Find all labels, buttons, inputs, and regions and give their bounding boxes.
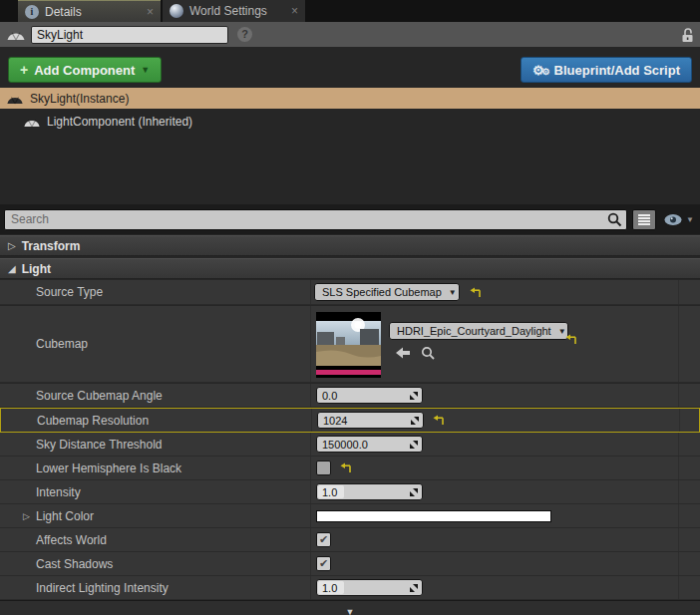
blueprint-label: Blueprint/Add Script [554, 63, 680, 78]
close-icon[interactable]: × [147, 5, 154, 19]
tab-world-settings-label: World Settings [189, 4, 267, 18]
blueprint-add-script-button[interactable]: ⚙⚙ Blueprint/Add Script [521, 57, 692, 83]
skylight-icon [6, 28, 26, 41]
show-advanced-expander[interactable]: ▼ [0, 600, 700, 615]
row-light-color: ▷ Light Color [0, 504, 700, 528]
light-color-label: Light Color [36, 509, 94, 523]
cubemap-resolution-input[interactable]: 1024 [317, 412, 424, 429]
tab-world-settings[interactable]: World Settings × [163, 0, 305, 22]
check-icon: ✔ [317, 557, 330, 570]
chevron-down-icon: ▼ [346, 607, 355, 615]
lower-hemisphere-checkbox[interactable]: ✔ [316, 461, 331, 475]
chevron-down-icon: ▼ [449, 288, 457, 297]
reset-to-default-icon[interactable] [339, 461, 353, 474]
eye-icon [663, 213, 683, 226]
indirect-lighting-intensity-label: Indirect Lighting Intensity [36, 581, 169, 595]
visibility-filter-button[interactable]: ▼ [661, 213, 696, 226]
row-lower-hemisphere-is-black: Lower Hemisphere Is Black ✔ [0, 457, 700, 480]
add-component-label: Add Component [34, 63, 135, 78]
search-icon [607, 212, 622, 227]
row-sky-distance-threshold: Sky Distance Threshold 150000.0 [0, 433, 700, 457]
skylight-icon [23, 116, 41, 128]
intensity-label: Intensity [36, 485, 81, 499]
category-transform-label: Transform [22, 239, 81, 253]
indirect-lighting-intensity-input[interactable]: 1.0 [316, 579, 423, 596]
row-intensity: Intensity 1.0 [0, 480, 700, 504]
add-component-button[interactable]: + Add Component ▼ [8, 57, 162, 83]
chevron-down-icon: ▼ [686, 215, 694, 224]
cubemap-label: Cubemap [36, 337, 88, 351]
info-icon: i [25, 5, 39, 19]
cubemap-thumbnail[interactable] [316, 312, 381, 378]
source-type-label: Source Type [36, 285, 103, 299]
category-light[interactable]: ◢ Light [0, 258, 700, 279]
spinbox-drag-icon[interactable] [409, 583, 419, 593]
source-cubemap-angle-label: Source Cubemap Angle [36, 389, 163, 403]
cast-shadows-label: Cast Shadows [36, 557, 113, 571]
sky-distance-threshold-input[interactable]: 150000.0 [316, 436, 423, 453]
light-color-swatch[interactable] [316, 510, 551, 522]
view-options-grid-button[interactable] [632, 209, 656, 230]
intensity-input[interactable]: 1.0 [316, 483, 423, 500]
reset-to-default-icon[interactable] [564, 333, 578, 346]
row-source-type: Source Type SLS Specified Cubemap ▼ [0, 280, 700, 305]
search-input[interactable] [4, 209, 627, 230]
expander-collapsed-icon[interactable]: ▷ [8, 240, 16, 251]
spinbox-drag-icon[interactable] [410, 416, 420, 426]
row-source-cubemap-angle: Source Cubemap Angle 0.0 [0, 384, 700, 408]
row-cubemap-resolution: Cubemap Resolution 1024 [0, 408, 700, 433]
details-panel: i Details × World Settings × ? + Add Com… [0, 0, 700, 615]
lock-icon[interactable] [681, 27, 694, 43]
check-icon: ✔ [317, 533, 330, 546]
category-light-label: Light [22, 262, 51, 276]
help-icon[interactable]: ? [237, 27, 252, 42]
cubemap-resolution-label: Cubemap Resolution [37, 414, 149, 428]
row-cast-shadows: Cast Shadows ✔ [0, 552, 700, 576]
cubemap-asset-value: HDRI_Epic_Courtyard_Daylight [397, 325, 551, 337]
actor-name-bar: ? [0, 22, 700, 47]
component-toolbar: + Add Component ▼ ⚙⚙ Blueprint/Add Scrip… [0, 47, 700, 89]
use-selected-asset-icon[interactable] [395, 347, 411, 359]
reset-to-default-icon[interactable] [469, 286, 483, 299]
expander-expanded-icon[interactable]: ◢ [8, 263, 16, 274]
category-transform[interactable]: ▷ Transform [0, 235, 700, 256]
spinbox-drag-icon[interactable] [409, 391, 419, 401]
close-icon[interactable]: × [291, 4, 298, 18]
tree-item-skylight-instance[interactable]: SkyLight(Instance) [0, 88, 700, 109]
row-affects-world: Affects World ✔ [0, 528, 700, 552]
cast-shadows-checkbox[interactable]: ✔ [316, 556, 331, 571]
tree-item-label: LightComponent (Inherited) [47, 115, 192, 129]
spinbox-drag-icon[interactable] [409, 440, 419, 450]
source-type-dropdown[interactable]: SLS Specified Cubemap ▼ [314, 283, 460, 301]
tab-details-label: Details [45, 5, 82, 19]
skylight-icon [6, 93, 24, 105]
reset-to-default-icon[interactable] [432, 414, 446, 427]
browse-to-asset-icon[interactable] [421, 346, 435, 360]
tree-item-label: SkyLight(Instance) [30, 92, 129, 106]
globe-icon [170, 4, 183, 18]
spinbox-drag-icon[interactable] [409, 487, 419, 497]
gear-icon: ⚙⚙ [532, 63, 548, 78]
cubemap-asset-dropdown[interactable]: HDRI_Epic_Courtyard_Daylight ▼ [389, 322, 568, 340]
tab-details[interactable]: i Details × [18, 0, 161, 22]
plus-icon: + [20, 62, 28, 78]
source-type-value: SLS Specified Cubemap [322, 286, 442, 298]
tab-bar: i Details × World Settings × [0, 0, 700, 22]
row-indirect-lighting-intensity: Indirect Lighting Intensity 1.0 [0, 576, 700, 600]
tree-item-lightcomponent[interactable]: LightComponent (Inherited) [0, 111, 700, 132]
affects-world-label: Affects World [36, 533, 107, 547]
row-cubemap: Cubemap HDRI_ [0, 306, 700, 383]
lower-hemisphere-label: Lower Hemisphere Is Black [36, 461, 181, 475]
sky-distance-threshold-label: Sky Distance Threshold [36, 438, 163, 452]
list-view-icon [638, 214, 650, 225]
expander-collapsed-icon[interactable]: ▷ [23, 511, 30, 521]
source-cubemap-angle-input[interactable]: 0.0 [316, 387, 423, 404]
affects-world-checkbox[interactable]: ✔ [316, 532, 331, 547]
actor-name-input[interactable] [31, 26, 228, 44]
chevron-down-icon: ▼ [141, 65, 150, 75]
property-search-bar: ▼ [0, 204, 700, 234]
